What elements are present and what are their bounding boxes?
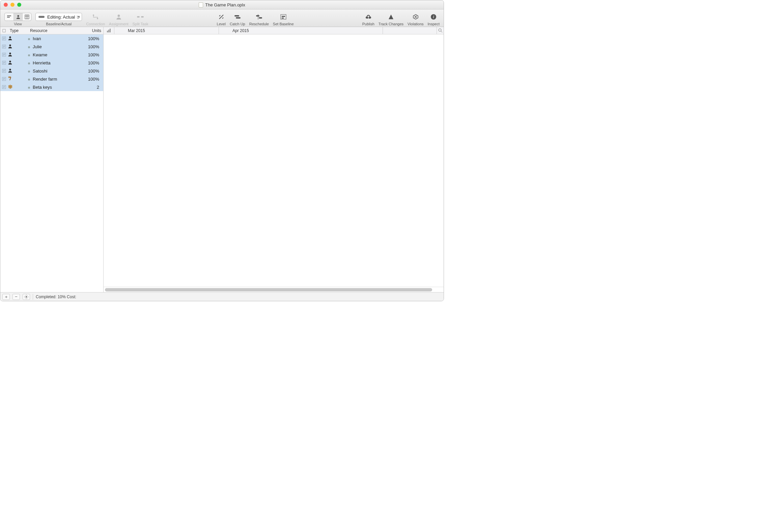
col-units-header[interactable]: Units <box>82 28 103 33</box>
note-icon <box>2 45 6 49</box>
resource-list: Ivan100%Julie100%Kwame100%Henrietta100%S… <box>0 34 103 292</box>
resource-name: Satoshi <box>33 68 47 74</box>
bar-icon <box>38 16 45 18</box>
resource-row[interactable]: Kwame100% <box>0 51 103 59</box>
view-resources-button[interactable] <box>13 13 22 21</box>
split-task-button[interactable] <box>136 13 145 21</box>
svg-line-62 <box>441 31 442 32</box>
publish-label: Publish <box>362 22 374 26</box>
h-scrollbar[interactable] <box>104 287 444 292</box>
load-chart-icon[interactable] <box>104 27 114 34</box>
resource-row[interactable]: Julie100% <box>0 43 103 51</box>
violations-label: Violations <box>408 22 424 26</box>
svg-point-42 <box>9 60 11 62</box>
svg-rect-15 <box>259 17 262 19</box>
reschedule-button[interactable] <box>255 13 263 21</box>
violations-button[interactable] <box>411 13 420 21</box>
svg-point-32 <box>9 44 11 46</box>
svg-point-9 <box>117 15 120 17</box>
svg-rect-14 <box>256 15 259 17</box>
app-window: The Game Plan.oplx View Editing: Actual <box>0 0 444 301</box>
resource-row[interactable]: Ivan100% <box>0 34 103 43</box>
month-header[interactable]: Apr 2015 <box>219 27 383 34</box>
view-calendar-button[interactable] <box>22 13 31 21</box>
statusbar: ＋ − Completed: 10% Cost: <box>0 292 444 301</box>
reschedule-label: Reschedule <box>249 22 269 26</box>
inspect-button[interactable]: i <box>429 13 438 21</box>
status-text: Completed: 10% Cost: <box>36 295 76 299</box>
svg-rect-11 <box>141 16 144 18</box>
catch-up-button[interactable] <box>233 13 242 21</box>
timeline: Mar 2015Apr 2015 <box>104 27 444 292</box>
svg-point-2 <box>17 15 19 17</box>
assignment-button[interactable] <box>114 13 123 21</box>
svg-point-37 <box>9 52 11 54</box>
svg-point-63 <box>26 296 27 298</box>
svg-point-61 <box>439 29 441 31</box>
resource-units: 100% <box>82 60 103 65</box>
resource-row[interactable]: Henrietta100% <box>0 59 103 67</box>
titlebar: The Game Plan.oplx <box>0 0 444 9</box>
resource-type-icon <box>8 68 28 74</box>
svg-rect-12 <box>234 15 239 17</box>
svg-point-8 <box>97 18 98 19</box>
gantt-body[interactable] <box>104 34 444 287</box>
svg-rect-1 <box>7 17 10 18</box>
svg-rect-3 <box>25 15 29 19</box>
set-baseline-label: Set Baseline <box>273 22 294 26</box>
svg-line-69 <box>27 298 28 298</box>
col-type-header[interactable]: Type <box>8 28 28 33</box>
resource-name: Beta keys <box>33 85 52 90</box>
window-title: The Game Plan.oplx <box>205 2 245 7</box>
svg-point-7 <box>93 15 94 16</box>
resource-name: Ivan <box>33 36 41 41</box>
set-baseline-button[interactable] <box>279 13 288 21</box>
month-header[interactable]: Mar 2015 <box>114 27 219 34</box>
view-timeline-button[interactable] <box>5 13 13 21</box>
connection-button[interactable] <box>91 13 100 21</box>
track-changes-label: Track Changes <box>379 22 403 26</box>
resource-row[interactable]: Satoshi100% <box>0 67 103 75</box>
svg-text:i: i <box>433 15 434 19</box>
resource-units: 100% <box>82 44 103 49</box>
resource-units: 100% <box>82 52 103 57</box>
view-segmented[interactable] <box>4 13 31 21</box>
level-button[interactable] <box>217 13 226 21</box>
timeline-header: Mar 2015Apr 2015 <box>104 27 444 34</box>
svg-point-47 <box>9 68 11 70</box>
resource-type-icon <box>8 44 28 50</box>
col-resource-header[interactable]: Resource <box>28 28 82 33</box>
svg-line-68 <box>25 296 25 296</box>
resource-name: Kwame <box>33 52 47 57</box>
resource-name: Henrietta <box>33 60 51 65</box>
magnifier-icon[interactable] <box>437 27 444 34</box>
note-icon <box>2 69 6 73</box>
add-button[interactable]: ＋ <box>2 294 10 300</box>
svg-rect-59 <box>108 30 109 32</box>
note-icon <box>2 85 6 89</box>
svg-rect-19 <box>282 18 284 19</box>
gear-button[interactable] <box>23 294 30 300</box>
outline-icon <box>2 29 6 33</box>
svg-point-27 <box>9 36 11 38</box>
resource-sidebar: Type Resource Units Ivan100%Julie100%Kwa… <box>0 27 104 292</box>
resource-row[interactable]: Render farm100% <box>0 75 103 83</box>
resource-type-icon <box>8 52 28 58</box>
resource-units: 100% <box>82 77 103 82</box>
track-changes-button[interactable] <box>387 13 395 21</box>
baseline-label: Baseline/Actual <box>46 22 72 26</box>
note-icon <box>2 36 6 40</box>
resource-units: 2 <box>82 85 103 90</box>
resource-name: Julie <box>33 44 42 49</box>
svg-rect-13 <box>236 17 241 19</box>
remove-button[interactable]: − <box>12 294 20 300</box>
note-icon <box>2 77 6 81</box>
svg-rect-18 <box>282 16 285 17</box>
document-icon <box>199 2 203 7</box>
resource-units: 100% <box>82 36 103 41</box>
catch-up-label: Catch Up <box>230 22 245 26</box>
publish-button[interactable] <box>364 13 373 21</box>
resource-row[interactable]: Beta keys2 <box>0 83 103 91</box>
baseline-dropdown[interactable]: Editing: Actual <box>35 13 82 21</box>
resource-type-icon <box>8 84 28 90</box>
